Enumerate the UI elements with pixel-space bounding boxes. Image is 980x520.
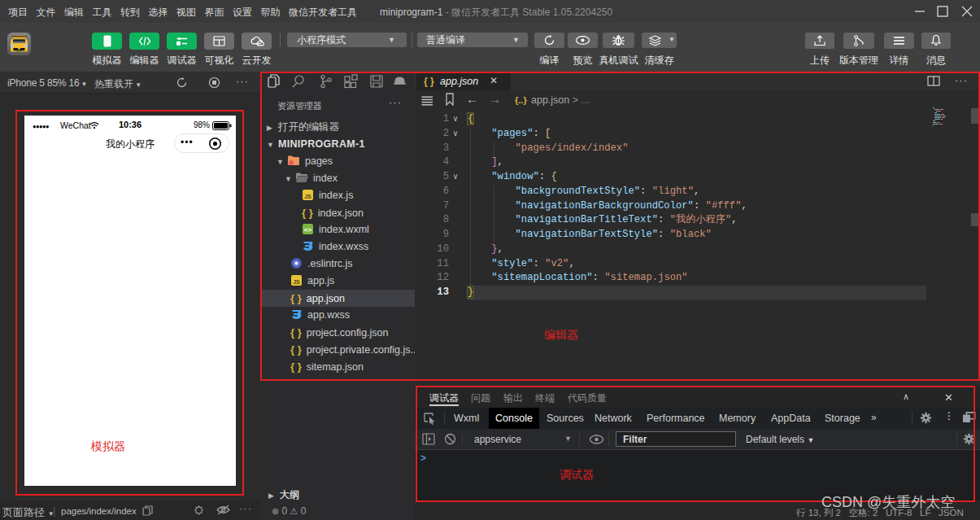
svg-text:JS: JS xyxy=(304,194,311,199)
svg-text:<>: <> xyxy=(304,226,312,234)
svg-text:JS: JS xyxy=(293,279,300,285)
